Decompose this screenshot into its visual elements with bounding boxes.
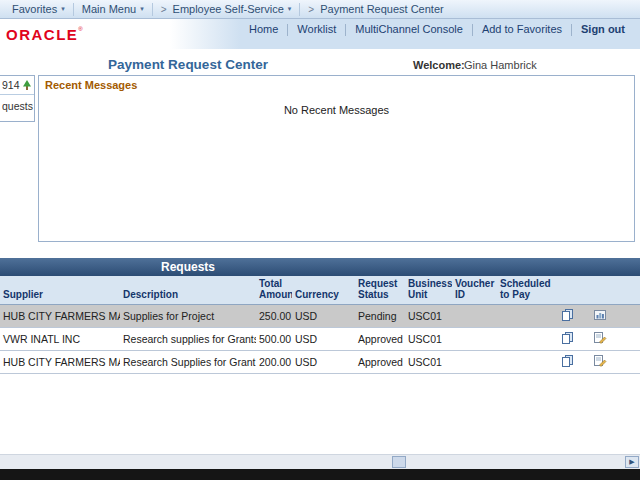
breadcrumb-prc-label: Payment Request Center (320, 3, 444, 15)
cell-supplier: HUB CITY FARMERS MARKET/ (0, 351, 120, 374)
breadcrumb-favorites-label: Favorites (12, 3, 57, 15)
breadcrumb-payment-request-center[interactable]: > Payment Request Center (300, 0, 451, 18)
cell-request-status: Approved (355, 328, 405, 351)
col-supplier: Supplier (0, 276, 120, 305)
col-total-amount: Total Amount (256, 276, 292, 305)
header-links: Home Worklist MultiChannel Console Add t… (240, 19, 634, 49)
cell-description: Research Supplies for Grant (120, 351, 256, 374)
breadcrumb-ess-label: Employee Self-Service (173, 3, 284, 15)
cell-currency: USD (292, 305, 355, 328)
sign-out-link[interactable]: Sign out (572, 23, 634, 35)
welcome-label: Welcome: (413, 59, 465, 71)
copy-request-icon[interactable] (561, 308, 575, 322)
cell-filler (617, 305, 640, 328)
scrollbar-thumb[interactable] (392, 456, 406, 468)
chevron-down-icon: ▾ (140, 5, 144, 13)
view-request-icon[interactable] (593, 308, 607, 322)
chevron-down-icon: ▾ (61, 5, 65, 13)
requests-section-title: Requests (0, 260, 376, 274)
title-row: Payment Request Center Welcome: Gina Ham… (0, 57, 640, 75)
requests-section-header: Requests (0, 258, 640, 276)
user-name: Gina Hambrick (464, 59, 537, 71)
worklist-link[interactable]: Worklist (288, 23, 345, 35)
cell-total-amount: 200.00 (256, 351, 292, 374)
col-currency: Currency (292, 276, 355, 305)
breadcrumb-arrow-icon: > (308, 4, 314, 15)
recent-messages-panel: Recent Messages No Recent Messages (38, 75, 635, 242)
cell-description: Supplies for Project (120, 305, 256, 328)
cell-supplier: VWR INATL INC (0, 328, 120, 351)
col-action-2 (583, 276, 617, 305)
multichannel-console-link[interactable]: MultiChannel Console (346, 23, 472, 35)
cell-voucher-id (452, 328, 497, 351)
edit-request-icon[interactable] (593, 354, 607, 368)
payment-request-center-screen: Favorites ▾ Main Menu ▾ > Employee Self-… (0, 0, 640, 480)
left-pagelet-id-row: 914 (0, 76, 34, 94)
breadcrumb-arrow-icon: > (161, 4, 167, 15)
col-business-unit: Business Unit (405, 276, 452, 305)
cell-business-unit: USC01 (405, 351, 452, 374)
bottom-bar (0, 469, 640, 480)
cell-request-status: Pending (355, 305, 405, 328)
recent-messages-title: Recent Messages (39, 76, 634, 94)
green-indicator-icon[interactable] (22, 80, 32, 91)
chevron-down-icon: ▾ (288, 5, 292, 13)
copy-request-icon[interactable] (561, 331, 575, 345)
scroll-right-arrow-icon: ▶ (629, 458, 634, 466)
no-messages-text: No Recent Messages (39, 104, 634, 116)
horizontal-scrollbar[interactable]: ▶ (0, 454, 640, 469)
scroll-right-button[interactable]: ▶ (625, 456, 639, 468)
cell-scheduled-to-pay (497, 328, 553, 351)
col-description: Description (120, 276, 256, 305)
breadcrumb-main-menu-label: Main Menu (82, 3, 136, 15)
table-row[interactable]: VWR INATL INC Research supplies for Gran… (0, 328, 640, 351)
cell-scheduled-to-pay (497, 351, 553, 374)
cell-business-unit: USC01 (405, 328, 452, 351)
breadcrumb-main-menu[interactable]: Main Menu ▾ (74, 0, 152, 18)
cell-description: Research supplies for Grants (120, 328, 256, 351)
cell-filler (617, 328, 640, 351)
breadcrumb-employee-self-service[interactable]: > Employee Self-Service ▾ (153, 0, 300, 18)
table-row[interactable]: HUB CITY FARMERS MARKET/ Supplies for Pr… (0, 305, 640, 328)
cell-scheduled-to-pay (497, 305, 553, 328)
add-to-favorites-link[interactable]: Add to Favorites (473, 23, 571, 35)
cell-currency: USD (292, 351, 355, 374)
col-voucher-id: Voucher ID (452, 276, 497, 305)
oracle-logo-text: ORACLE (6, 26, 78, 43)
page-title: Payment Request Center (0, 57, 376, 72)
col-request-status: Request Status (355, 276, 405, 305)
col-action-1 (553, 276, 583, 305)
oracle-logo: ORACLE® (6, 26, 83, 43)
copy-request-icon[interactable] (561, 354, 575, 368)
request-id-fragment: 914 (2, 79, 20, 91)
cell-currency: USD (292, 328, 355, 351)
table-header-row: Supplier Description Total Amount Curren… (0, 276, 640, 305)
cell-total-amount: 250.00 (256, 305, 292, 328)
breadcrumb: Favorites ▾ Main Menu ▾ > Employee Self-… (0, 0, 640, 19)
cell-request-status: Approved (355, 351, 405, 374)
cell-voucher-id (452, 351, 497, 374)
table-row[interactable]: HUB CITY FARMERS MARKET/ Research Suppli… (0, 351, 640, 374)
registered-mark: ® (78, 26, 82, 32)
cell-total-amount: 500.00 (256, 328, 292, 351)
cell-business-unit: USC01 (405, 305, 452, 328)
cell-supplier: HUB CITY FARMERS MARKET/ (0, 305, 120, 328)
edit-request-icon[interactable] (593, 331, 607, 345)
cell-filler (617, 351, 640, 374)
left-pagelet-partial: 914 quests (0, 75, 35, 122)
requests-table: Supplier Description Total Amount Curren… (0, 276, 640, 374)
left-pagelet-link-row: quests (0, 94, 34, 117)
home-link[interactable]: Home (240, 23, 287, 35)
breadcrumb-favorites[interactable]: Favorites ▾ (4, 0, 73, 18)
cell-voucher-id (452, 305, 497, 328)
requests-link-fragment[interactable]: quests (2, 100, 33, 112)
top-header-bar: ORACLE® Home Worklist MultiChannel Conso… (0, 19, 640, 49)
col-filler (617, 276, 640, 305)
col-scheduled-to-pay: Scheduled to Pay (497, 276, 553, 305)
